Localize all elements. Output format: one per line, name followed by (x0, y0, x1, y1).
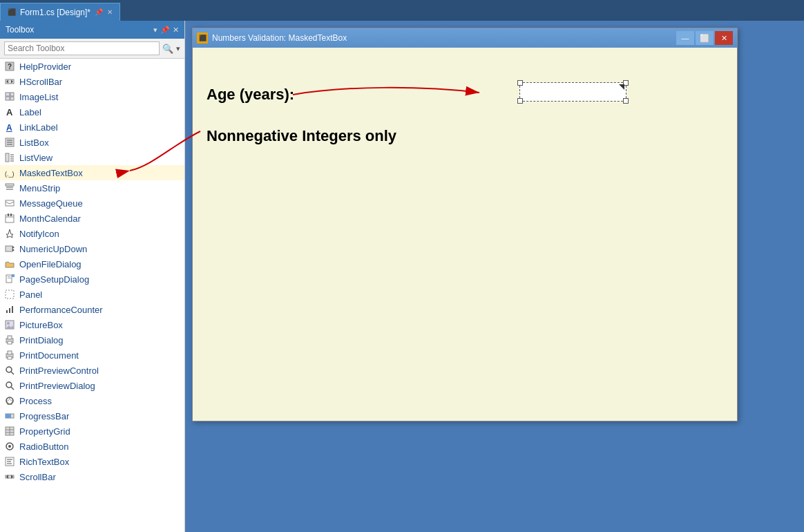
toolbox-item-hscrollbar[interactable]: HScrollBar (0, 74, 184, 89)
minimize-button[interactable]: — (676, 31, 694, 45)
toolbox-item-richtextbox[interactable]: RichTextBox (0, 454, 184, 469)
toolbox-item-icon-imagelist (4, 91, 15, 102)
svg-text:(._): (._) (5, 171, 15, 178)
toolbox-item-pagesetupdialog[interactable]: PageSetupDialog (0, 272, 184, 287)
toolbox-item-linklabel[interactable]: ALinkLabel (0, 120, 184, 135)
form-titlebar-buttons: — ⬜ ✕ (676, 31, 733, 45)
svg-line-52 (11, 372, 14, 374)
nonnegative-label: Nonnegative Integers only (207, 127, 396, 145)
masked-textbox-control[interactable] (519, 82, 626, 102)
toolbox-item-label[interactable]: ALabel (0, 104, 184, 120)
tab-form1-design[interactable]: ⬛ Form1.cs [Design]* 📌 ✕ (0, 3, 120, 21)
form-icon-glyph: ⬛ (199, 35, 207, 41)
toolbox-item-label-monthcalendar: MonthCalendar (19, 213, 81, 224)
resize-handle-br (623, 98, 629, 104)
toolbox-item-label-progressbar: ProgressBar (19, 411, 69, 421)
toolbox-item-monthcalendar[interactable]: MonthCalendar (0, 211, 184, 226)
tab-label: Form1.cs [Design]* (20, 8, 90, 17)
toolbox-item-icon-hscrollbar (4, 76, 15, 87)
search-dropdown-icon[interactable]: ▾ (176, 44, 180, 53)
toolbox-item-openfiledialog[interactable]: OpenFileDialog (0, 256, 184, 272)
toolbox-item-helpprovider[interactable]: ?HelpProvider (0, 59, 184, 74)
toolbox-item-label-scrollbar: ScrollBar (19, 472, 56, 482)
svg-rect-40 (9, 308, 10, 313)
toolbox-item-label-maskedtextbox: MaskedTextBox (19, 168, 83, 178)
toolbox-header-controls: ▾ 📌 ✕ (153, 26, 179, 35)
svg-rect-41 (12, 306, 13, 313)
toolbox-item-notifyicon[interactable]: NotifyIcon (0, 226, 184, 241)
toolbox-item-scrollbar[interactable]: ScrollBar (0, 469, 184, 484)
toolbox-item-printpreviewcontrol[interactable]: PrintPreviewControl (0, 363, 184, 378)
toolbox-item-radiobutton[interactable]: RadioButton (0, 439, 184, 454)
toolbox-item-listbox[interactable]: ListBox (0, 135, 184, 150)
toolbox-item-label-numericupdown: NumericUpDown (19, 244, 87, 254)
toolbox-item-label-imagelist: ImageList (19, 92, 58, 102)
toolbox-item-printdocument[interactable]: PrintDocument (0, 348, 184, 363)
toolbox-item-label-process: Process (19, 396, 52, 406)
toolbox-item-imagelist[interactable]: ImageList (0, 89, 184, 104)
search-icon[interactable]: 🔍 (162, 44, 173, 54)
toolbox-item-icon-printdocument (4, 350, 15, 361)
toolbox-item-icon-helpprovider: ? (4, 61, 15, 72)
maximize-button[interactable]: ⬜ (696, 31, 714, 45)
toolbox-item-icon-radiobutton (4, 441, 15, 452)
toolbox-item-performancecounter[interactable]: PerformanceCounter (0, 302, 184, 317)
toolbox-item-process[interactable]: Process (0, 393, 184, 408)
annotation-svg (193, 48, 737, 421)
toolbox-item-icon-richtextbox (4, 456, 15, 467)
svg-marker-32 (12, 246, 15, 249)
toolbox-item-label-pagesetupdialog: PageSetupDialog (19, 274, 89, 285)
svg-rect-27 (6, 215, 14, 222)
toolbox-item-label-radiobutton: RadioButton (19, 441, 69, 452)
toolbox-item-menustrip[interactable]: MenuStrip (0, 180, 184, 196)
svg-rect-29 (8, 213, 9, 216)
form-titlebar-icon: ⬛ (197, 32, 208, 44)
toolbox-item-icon-propertygrid (4, 426, 15, 437)
toolbox-item-listview[interactable]: ListView (0, 150, 184, 165)
svg-rect-39 (6, 310, 8, 313)
toolbox-item-messagequeue[interactable]: MessageQueue (0, 196, 184, 211)
toolbox-panel: Toolbox ▾ 📌 ✕ 🔍 ▾ ?HelpProviderHScrollBa… (0, 21, 185, 532)
svg-point-43 (7, 322, 10, 325)
svg-point-53 (6, 382, 12, 388)
toolbox-item-label-openfiledialog: OpenFileDialog (19, 259, 82, 269)
toolbox-item-label-performancecounter: PerformanceCounter (19, 305, 103, 315)
toolbox-item-label-printpreviewdialog: PrintPreviewDialog (19, 381, 95, 391)
toolbox-item-label-linklabel: LinkLabel (19, 122, 58, 133)
toolbox-dropdown-icon[interactable]: ▾ (153, 26, 157, 35)
svg-rect-37 (12, 274, 15, 277)
svg-rect-46 (8, 336, 12, 339)
toolbox-close-icon[interactable]: ✕ (173, 26, 179, 35)
main-content: Toolbox ▾ 📌 ✕ 🔍 ▾ ?HelpProviderHScrollBa… (0, 21, 804, 532)
toolbox-item-printdialog[interactable]: PrintDialog (0, 332, 184, 348)
toolbox-items-list: ?HelpProviderHScrollBarImageListALabelAL… (0, 59, 184, 532)
toolbox-item-icon-openfiledialog (4, 258, 15, 269)
svg-rect-34 (6, 275, 12, 283)
toolbox-search-input[interactable] (4, 41, 160, 55)
tab-pin-icon[interactable]: 📌 (95, 8, 103, 16)
toolbox-item-icon-linklabel: A (4, 122, 15, 133)
toolbox-search-bar: 🔍 ▾ (0, 39, 184, 59)
smart-tag-icon[interactable] (619, 84, 624, 90)
close-button[interactable]: ✕ (715, 31, 733, 45)
svg-marker-33 (12, 249, 15, 251)
tab-icon: ⬛ (8, 8, 16, 16)
toolbox-item-panel[interactable]: Panel (0, 287, 184, 302)
svg-rect-5 (6, 93, 10, 96)
toolbox-item-maskedtextbox[interactable]: (._)MaskedTextBox (0, 165, 184, 180)
toolbox-item-icon-printdialog (4, 334, 15, 345)
toolbox-item-icon-printpreviewdialog (4, 380, 15, 391)
toolbox-item-label-printdialog: PrintDialog (19, 335, 64, 345)
toolbox-item-propertygrid[interactable]: PropertyGrid (0, 424, 184, 439)
toolbox-item-printpreviewdialog[interactable]: PrintPreviewDialog (0, 378, 184, 393)
tab-close-icon[interactable]: ✕ (107, 8, 113, 16)
svg-rect-47 (8, 341, 12, 344)
toolbox-item-progressbar[interactable]: ProgressBar (0, 408, 184, 424)
svg-point-63 (8, 445, 11, 448)
svg-line-54 (11, 387, 14, 390)
toolbox-item-picturebox[interactable]: PictureBox (0, 317, 184, 332)
svg-rect-15 (6, 153, 9, 162)
toolbox-item-numericupdown[interactable]: NumericUpDown (0, 241, 184, 256)
toolbox-pin-icon[interactable]: 📌 (160, 26, 170, 35)
toolbox-item-label-label: Label (19, 107, 41, 117)
